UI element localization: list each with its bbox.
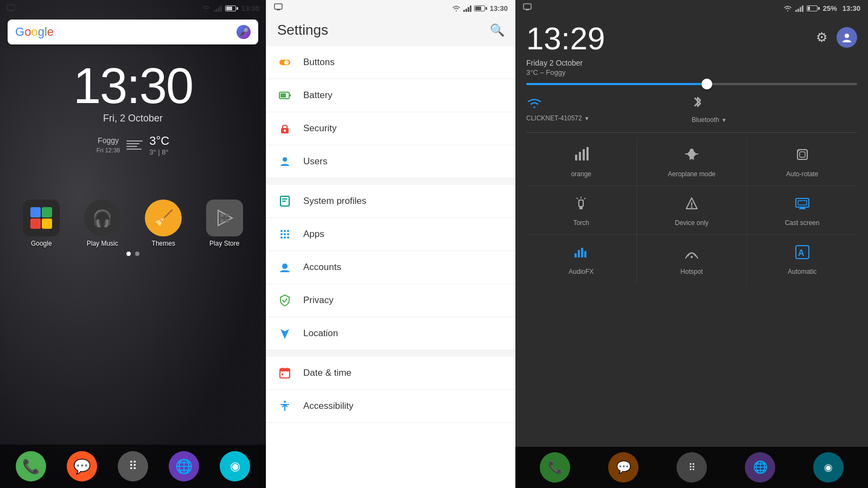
qs-torch-label: Torch bbox=[573, 219, 589, 227]
qs-device-icon bbox=[684, 196, 699, 215]
settings-item-users[interactable]: Users bbox=[266, 145, 515, 178]
settings-item-accessibility[interactable]: Accessibility bbox=[266, 390, 515, 423]
users-label: Users bbox=[303, 156, 327, 167]
settings-item-location[interactable]: Location bbox=[266, 317, 515, 350]
accounts-icon bbox=[277, 260, 292, 275]
google-logo: Google bbox=[15, 25, 54, 39]
qs-header-controls: ⚙ bbox=[816, 23, 857, 48]
svg-point-20 bbox=[280, 230, 283, 232]
dock-browser[interactable]: 🌐 bbox=[169, 451, 199, 481]
playstore-app-icon[interactable] bbox=[206, 200, 243, 236]
dock-phone[interactable]: 📞 bbox=[16, 451, 46, 481]
qs-tile-device-only[interactable]: Device only bbox=[637, 186, 747, 234]
svg-point-26 bbox=[280, 236, 283, 239]
svg-rect-42 bbox=[583, 149, 585, 160]
settings-status-right: 13:30 bbox=[452, 4, 508, 12]
qs-wifi-item[interactable]: CLICKNET-410572 ▼ bbox=[526, 94, 692, 124]
settings-item-accounts[interactable]: Accounts bbox=[266, 251, 515, 284]
datetime-icon bbox=[277, 365, 292, 381]
svg-rect-41 bbox=[579, 152, 581, 160]
svg-point-27 bbox=[284, 236, 286, 239]
svg-rect-38 bbox=[526, 9, 529, 10]
svg-point-15 bbox=[284, 130, 286, 132]
app-item-themes[interactable]: 🧹 Themes bbox=[145, 200, 182, 247]
dock-app5[interactable]: ◉ bbox=[220, 451, 250, 481]
qs-dock-app5[interactable]: ◉ bbox=[813, 452, 844, 483]
svg-point-24 bbox=[284, 233, 286, 235]
settings-item-apps[interactable]: Apps bbox=[266, 218, 515, 251]
qs-tile-torch[interactable]: Torch bbox=[526, 186, 636, 234]
qs-dock-apps[interactable]: ⠿ bbox=[676, 452, 707, 483]
apps-label: Apps bbox=[303, 229, 324, 240]
qs-plane-label: Aeroplane mode bbox=[668, 170, 716, 178]
battery-settings bbox=[474, 5, 487, 11]
qs-slider-thumb[interactable] bbox=[701, 79, 712, 89]
svg-rect-47 bbox=[579, 207, 583, 209]
app-item-playmusic[interactable]: 🎧 Play Music bbox=[84, 200, 121, 247]
qs-dock-browser[interactable]: 🌐 bbox=[745, 452, 775, 483]
svg-rect-43 bbox=[586, 147, 589, 160]
clock-time: 13:30 bbox=[0, 61, 266, 111]
settings-status-left bbox=[274, 3, 283, 14]
dock-apps[interactable]: ⠿ bbox=[118, 451, 148, 481]
qs-user-avatar[interactable] bbox=[837, 27, 857, 48]
qs-status-bar: 25% 13:30 bbox=[515, 0, 868, 16]
google-app-icon[interactable] bbox=[23, 200, 60, 236]
svg-rect-55 bbox=[575, 253, 577, 258]
home-bottom-dock: 📞 💬 ⠿ 🌐 ◉ bbox=[0, 445, 266, 488]
svg-rect-32 bbox=[280, 369, 290, 371]
qs-tile-cast[interactable]: Cast screen bbox=[747, 186, 857, 234]
home-status-right: 13:30 bbox=[202, 4, 259, 12]
settings-item-security[interactable]: Security bbox=[266, 112, 515, 145]
settings-title: Settings bbox=[277, 22, 328, 38]
wifi-icon bbox=[202, 5, 210, 11]
settings-item-buttons[interactable]: Buttons bbox=[266, 46, 515, 79]
qs-slider-fill bbox=[526, 83, 709, 85]
qs-tile-hotspot[interactable]: Hotspot bbox=[637, 235, 747, 283]
qs-dock-phone[interactable]: 📞 bbox=[540, 452, 570, 483]
location-icon bbox=[277, 326, 292, 341]
themes-app-icon[interactable]: 🧹 bbox=[145, 200, 182, 236]
app-item-playstore[interactable]: Play Store bbox=[206, 200, 243, 247]
qs-clock-time: 13:29 bbox=[526, 23, 605, 54]
security-icon bbox=[277, 121, 292, 136]
signal-bars-settings bbox=[463, 4, 471, 12]
settings-item-datetime[interactable]: Date & time bbox=[266, 357, 515, 390]
svg-point-50 bbox=[691, 207, 692, 208]
qs-tile-autorotate[interactable]: Auto-rotate bbox=[747, 137, 857, 185]
qs-wifi-label-row: CLICKNET-410572 ▼ bbox=[526, 114, 692, 122]
svg-text:A: A bbox=[798, 248, 805, 258]
svg-point-10 bbox=[284, 60, 289, 65]
svg-rect-34 bbox=[286, 368, 288, 370]
qs-dock-messages[interactable]: 💬 bbox=[608, 452, 639, 483]
datetime-label: Date & time bbox=[303, 368, 352, 378]
settings-item-system-profiles[interactable]: System profiles bbox=[266, 185, 515, 218]
svg-point-39 bbox=[845, 34, 849, 38]
quick-settings-panel: 25% 13:30 13:29 ⚙ Friday 2 October 3°C –… bbox=[515, 0, 868, 488]
qs-bt-item[interactable]: Bluetooth ▼ bbox=[692, 94, 857, 124]
location-label: Location bbox=[303, 328, 338, 339]
section-separator-1 bbox=[266, 178, 515, 185]
privacy-icon bbox=[277, 293, 292, 308]
svg-rect-37 bbox=[524, 4, 531, 9]
qs-brightness-slider[interactable] bbox=[526, 83, 857, 85]
qs-tile-orange[interactable]: orange bbox=[526, 137, 636, 185]
qs-date: Friday 2 October bbox=[526, 59, 857, 67]
qs-settings-button[interactable]: ⚙ bbox=[816, 30, 828, 45]
settings-item-battery[interactable]: Battery bbox=[266, 79, 515, 112]
qs-tile-audiofx[interactable]: AudioFX bbox=[526, 235, 636, 283]
qs-tile-aeroplane[interactable]: Aeroplane mode bbox=[637, 137, 747, 185]
google-mic-button[interactable]: 🎤 bbox=[237, 25, 251, 39]
qs-battery-pct: 25% bbox=[823, 4, 837, 12]
svg-rect-52 bbox=[798, 201, 807, 205]
qs-bt-chevron[interactable]: ▼ bbox=[722, 117, 727, 123]
home-time: 13:30 bbox=[241, 4, 259, 12]
settings-search-button[interactable]: 🔍 bbox=[490, 23, 505, 37]
app-item-google[interactable]: Google bbox=[23, 200, 60, 247]
dock-messages[interactable]: 💬 bbox=[67, 451, 97, 481]
google-search-bar[interactable]: Google 🎤 bbox=[8, 20, 258, 44]
qs-wifi-chevron[interactable]: ▼ bbox=[584, 115, 590, 121]
settings-item-privacy[interactable]: Privacy bbox=[266, 284, 515, 317]
qs-tile-automatic[interactable]: A Automatic bbox=[747, 235, 857, 283]
playmusic-app-icon[interactable]: 🎧 bbox=[84, 200, 121, 236]
